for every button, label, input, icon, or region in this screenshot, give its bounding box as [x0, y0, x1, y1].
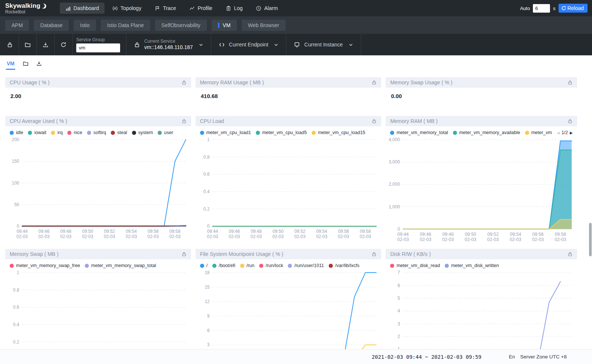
vertical-scrollbar-thumb[interactable]	[589, 223, 592, 256]
auto-unit-label: s	[553, 6, 556, 11]
legend-item[interactable]: /run/user/1011	[288, 263, 324, 268]
svg-text:09:54: 09:54	[510, 232, 521, 237]
nav-item-topology[interactable]: Topology	[107, 3, 147, 14]
legend-dot	[256, 131, 260, 135]
chart-title: CPU Average Used ( % )	[10, 118, 67, 124]
legend-item[interactable]: /boot/efi	[212, 263, 235, 268]
card-header: Memory Swap ( MB )	[5, 249, 191, 259]
legend-label: idle	[16, 130, 23, 135]
service-group-input[interactable]	[76, 43, 120, 52]
chart-canvas: 01,0002,0003,0004,00009:4402-0309:4602-0…	[386, 136, 577, 245]
tab-web-browser[interactable]: Web Browser	[242, 20, 286, 31]
auto-reload-controls: Auto s Reload	[520, 4, 592, 13]
legend-item[interactable]: meter_vm_cpu_load15	[312, 130, 365, 135]
chart-card-file-system-mountpoint-usage: File System Mountpoint Usage ( % ) //boo…	[196, 249, 382, 364]
legend-label: meter_vm_memory_available	[459, 130, 520, 135]
tab-istio-data-plane[interactable]: Istio Data Plane	[101, 20, 150, 31]
legend-item[interactable]: steal	[111, 130, 127, 135]
legend-item[interactable]: meter_vm_memory_swap_total	[85, 263, 156, 268]
lock-icon[interactable]	[567, 80, 573, 85]
export-toolbar-button[interactable]	[37, 34, 55, 55]
legend-item[interactable]: system	[132, 130, 153, 135]
language-selector[interactable]: En	[509, 354, 515, 360]
legend-item[interactable]: /	[200, 263, 207, 268]
tab-vm[interactable]: VM	[212, 20, 237, 31]
legend-item[interactable]: /var/lib/lxcfs	[329, 263, 359, 268]
lock-icon[interactable]	[371, 118, 377, 124]
logo-subtitle: Rocketbot	[5, 10, 46, 14]
service-group-block: Service Group	[73, 34, 126, 55]
svg-text:0.8: 0.8	[203, 155, 210, 160]
svg-text:3: 3	[398, 321, 400, 326]
lock-icon[interactable]	[181, 80, 187, 85]
page-tab-vm[interactable]: VM	[6, 57, 15, 70]
nav-item-profile[interactable]: Profile	[184, 3, 218, 14]
nav-item-trace[interactable]: Trace	[149, 3, 181, 14]
current-endpoint-selector[interactable]: Current Endpoint	[211, 34, 287, 55]
legend-pagination: ◀1/2▶	[557, 130, 573, 135]
lock-toolbar-button[interactable]	[0, 34, 19, 55]
nav-item-alarm[interactable]: Alarm	[250, 3, 283, 14]
legend-prev-icon[interactable]: ◀	[557, 131, 560, 135]
folder-page-button[interactable]	[23, 61, 29, 66]
legend-item[interactable]: meter_vm_disk_read	[390, 263, 440, 268]
legend-label: /boot/efi	[219, 263, 235, 268]
chevron-down-icon	[348, 42, 353, 47]
tab-selfobservability[interactable]: SelfObservability	[155, 20, 207, 31]
svg-text:02-03: 02-03	[169, 234, 181, 239]
chevron-down-icon	[274, 42, 279, 47]
lock-icon[interactable]	[181, 251, 187, 257]
svg-text:09:54: 09:54	[126, 229, 137, 234]
nav-label: Log	[234, 5, 242, 11]
refresh-toolbar-button[interactable]	[55, 34, 73, 55]
reload-button[interactable]: Reload	[559, 4, 588, 13]
svg-text:02-03: 02-03	[360, 234, 371, 239]
legend-item[interactable]: /run	[240, 263, 255, 268]
current-instance-selector[interactable]: Current Instance	[286, 34, 361, 55]
tab-database[interactable]: Database	[34, 20, 69, 31]
legend-item[interactable]: softirq	[87, 130, 106, 135]
lock-icon[interactable]	[181, 118, 187, 124]
lock-icon[interactable]	[371, 251, 377, 257]
current-service-selector[interactable]: Current Service vm::146.148.110.187	[126, 34, 211, 55]
auto-interval-input[interactable]	[533, 4, 550, 13]
legend-item[interactable]: user	[158, 130, 173, 135]
logo-title: Skywalking	[5, 3, 41, 9]
svg-text:09:56: 09:56	[533, 232, 544, 237]
legend-item[interactable]: meter_vm_memory_total	[390, 130, 448, 135]
legend-dot	[288, 264, 292, 268]
lock-icon[interactable]	[371, 80, 377, 85]
svg-text:0.6: 0.6	[203, 172, 210, 177]
legend-item[interactable]: iowait	[28, 130, 46, 135]
folder-icon	[25, 42, 31, 48]
svg-text:0: 0	[398, 227, 400, 232]
svg-text:02-03: 02-03	[60, 234, 72, 239]
svg-text:02-03: 02-03	[420, 237, 431, 242]
legend-item[interactable]: meter_vm_memory_available	[453, 130, 520, 135]
legend-item[interactable]: meter_vm_memory_swap_free	[10, 263, 80, 268]
legend-item[interactable]: meter_vm_cpu_load1	[200, 130, 251, 135]
svg-text:09:48: 09:48	[443, 232, 454, 237]
legend-item[interactable]: idle	[10, 130, 23, 135]
tab-apm[interactable]: APM	[5, 20, 29, 31]
time-range-picker[interactable]: 2021-02-03 09:44 ~ 2021-02-03 09:59	[372, 354, 482, 360]
lock-icon[interactable]	[567, 251, 573, 257]
svg-text:1: 1	[207, 137, 210, 142]
export-page-button[interactable]	[36, 61, 42, 66]
nav-item-log[interactable]: Log	[220, 3, 248, 14]
legend-item[interactable]: meter_vm	[525, 130, 552, 135]
current-service-value: vm::146.148.110.187	[144, 44, 193, 51]
svg-text:09:50: 09:50	[82, 229, 93, 234]
chart-legend: meter_vm_cpu_load1meter_vm_cpu_load5mete…	[196, 126, 382, 136]
legend-next-icon[interactable]: ▶	[570, 131, 573, 135]
legend-item[interactable]: /run/lock	[259, 263, 283, 268]
legend-item[interactable]: meter_vm_disk_written	[445, 263, 499, 268]
legend-item[interactable]: irq	[51, 130, 62, 135]
lock-icon[interactable]	[567, 118, 573, 124]
nav-item-dashboard[interactable]: Dashboard	[60, 3, 105, 14]
tab-istio[interactable]: Istio	[74, 20, 96, 31]
legend-item[interactable]: meter_vm_cpu_load5	[256, 130, 307, 135]
legend-label: steal	[117, 130, 127, 135]
folder-toolbar-button[interactable]	[19, 34, 37, 55]
legend-item[interactable]: nice	[67, 130, 82, 135]
